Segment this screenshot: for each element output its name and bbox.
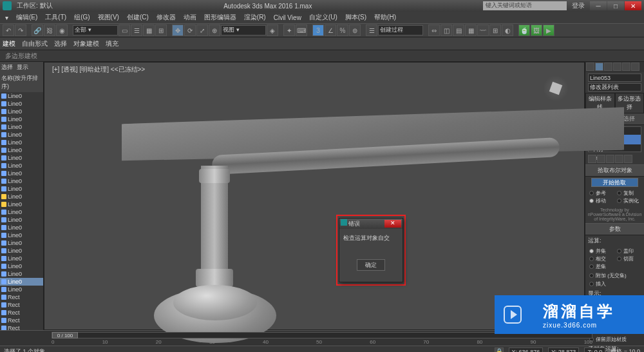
list-item[interactable]: Line0 <box>8 224 22 231</box>
ref-coord-dropdown[interactable]: 视图 ▾ <box>221 25 266 35</box>
named-sel-dropdown[interactable]: 创建过程 <box>378 25 423 35</box>
curve-editor-button[interactable]: 〰 <box>477 24 489 36</box>
opt-reference[interactable]: 参考 <box>589 190 613 197</box>
named-sel-button[interactable]: ☰ <box>366 24 377 36</box>
percent-snap-button[interactable]: % <box>337 24 348 36</box>
menu-civil[interactable]: Civil View <box>271 14 304 21</box>
list-item[interactable]: Line0 <box>8 217 22 223</box>
list-item[interactable]: Line0 <box>8 263 22 269</box>
angle-snap-button[interactable]: ∠ <box>325 24 336 36</box>
link-button[interactable]: 🔗 <box>32 24 43 36</box>
align-button[interactable]: ◫ <box>440 24 452 36</box>
list-item[interactable]: Line0 <box>8 248 22 254</box>
coord-y[interactable]: Y: 28.873 <box>548 347 579 352</box>
selection-filter-dropdown[interactable]: 全部 ▾ <box>73 25 118 35</box>
menu-render[interactable]: 渲染(R) <box>242 13 269 22</box>
list-item[interactable]: Line0 <box>8 186 22 192</box>
op-union[interactable]: 并集 <box>589 248 613 255</box>
list-item[interactable]: Rect <box>8 325 20 330</box>
workspace-label[interactable]: 工作区: 默认 <box>17 1 53 10</box>
configure-button[interactable] <box>624 155 632 163</box>
list-item[interactable]: Rect <box>8 309 20 316</box>
dialog-ok-button[interactable]: 确定 <box>357 259 385 271</box>
list-item[interactable]: Line0 <box>8 255 22 262</box>
list-item[interactable]: Line0 <box>8 124 22 130</box>
menu-custom[interactable]: 自定义(U) <box>307 13 340 22</box>
redo-button[interactable]: ↷ <box>15 24 26 36</box>
list-item[interactable]: Line0 <box>8 139 22 146</box>
render-button[interactable]: ▶ <box>543 24 554 36</box>
menu-group[interactable]: 组(G) <box>71 13 92 22</box>
list-item[interactable]: Line0 <box>8 209 22 215</box>
opt-copy[interactable]: 复制 <box>617 190 641 197</box>
app-original[interactable]: 保留原始材质 <box>585 335 644 344</box>
time-slider-thumb[interactable]: 0 / 100 <box>52 332 78 338</box>
window-crossing-button[interactable]: ⊞ <box>155 24 167 36</box>
select-button[interactable]: ▭ <box>118 24 130 36</box>
op-intersect[interactable]: 相交 <box>589 255 613 262</box>
material-editor-button[interactable]: ◐ <box>502 24 513 36</box>
move-button[interactable]: ✥ <box>172 24 184 36</box>
motion-tab[interactable] <box>613 63 621 71</box>
dialog-close-button[interactable]: ✕ <box>384 220 401 228</box>
list-item[interactable]: Line0 <box>8 232 22 239</box>
ribbon-tab-populate[interactable]: 填充 <box>106 39 118 48</box>
hierarchy-tab[interactable] <box>604 63 612 71</box>
op-insert[interactable]: 插入 <box>585 280 644 288</box>
menu-edit[interactable]: 编辑(E) <box>14 13 40 22</box>
ribbon-tab-modeling[interactable]: 建模 <box>3 39 15 48</box>
list-item[interactable]: Line0 <box>8 116 22 122</box>
help-search-input[interactable]: 键入关键词或短语 <box>483 1 567 10</box>
list-item[interactable]: Line0 <box>8 170 22 177</box>
scene-explorer-list[interactable]: Line0 Line0 Line0 Line0 Line0 Line0 Line… <box>0 92 43 330</box>
maximize-button[interactable]: □ <box>607 1 624 10</box>
spinner-snap-button[interactable]: ⊚ <box>349 24 361 36</box>
viewport[interactable]: [+] [透视] [明暗处理] <<已冻结>> 错误 ✕ 检查运算对象自交 确定 <box>44 62 585 330</box>
select-name-button[interactable]: ☰ <box>131 24 142 36</box>
make-unique-button[interactable] <box>606 155 614 163</box>
ribbon-tab-select[interactable]: 选择 <box>54 39 67 48</box>
app-menu-icon[interactable]: ▾ <box>3 14 11 21</box>
rollout-pick[interactable]: 拾取布尔对象 <box>585 164 644 177</box>
list-item[interactable]: Rect <box>8 294 20 300</box>
op-cookie[interactable]: 切面 <box>617 255 641 262</box>
list-item[interactable]: Line0 <box>8 108 22 115</box>
list-item[interactable]: Line0 <box>8 93 22 99</box>
list-item[interactable]: Rect <box>8 317 20 324</box>
coord-z[interactable]: Z: 0.0 <box>584 347 605 352</box>
schematic-button[interactable]: ⊞ <box>489 24 501 36</box>
menu-bar[interactable]: ▾ 编辑(E) 工具(T) 组(G) 视图(V) 创建(C) 修改器 动画 图形… <box>0 12 644 23</box>
modify-tab[interactable] <box>595 63 603 71</box>
list-item[interactable]: Line0 <box>8 162 22 169</box>
viewcube[interactable] <box>543 75 569 101</box>
scene-explorer-tab-display[interactable]: 显示 <box>17 63 28 72</box>
remove-modifier-button[interactable] <box>615 155 623 163</box>
list-item[interactable]: Rect <box>8 302 20 308</box>
close-button[interactable]: ✕ <box>625 1 641 10</box>
minimize-button[interactable]: ─ <box>590 1 607 10</box>
list-item[interactable]: Line0 <box>8 286 22 293</box>
scene-explorer-header[interactable]: 名称(按升序排序) <box>0 73 43 92</box>
list-item[interactable]: Line0 <box>8 147 22 153</box>
rotate-button[interactable]: ⟳ <box>184 24 196 36</box>
op-subtract[interactable]: 差集 <box>589 263 613 270</box>
list-item[interactable]: Line0 <box>8 101 22 107</box>
ribbon-tab-object[interactable]: 对象建模 <box>73 39 99 48</box>
lock-icon[interactable]: 🔒 <box>495 347 504 353</box>
menu-graph[interactable]: 图形编辑器 <box>202 13 239 22</box>
render-frame-button[interactable]: 🖼 <box>531 24 542 36</box>
place-button[interactable]: ⊕ <box>209 24 220 36</box>
scale-button[interactable]: ⤢ <box>196 24 208 36</box>
list-item[interactable]: Line0 <box>8 193 22 200</box>
manipulate-button[interactable]: ✦ <box>283 24 295 36</box>
show-end-result-button[interactable] <box>597 155 605 163</box>
viewport-label[interactable]: [+] [透视] [明暗处理] <<已冻结>> <box>52 65 145 74</box>
menu-animation[interactable]: 动画 <box>181 13 199 22</box>
pivot-button[interactable]: ◈ <box>267 24 278 36</box>
keyboard-button[interactable]: ⌨ <box>296 24 307 36</box>
list-item[interactable]: Line0 <box>8 155 22 161</box>
menu-modifiers[interactable]: 修改器 <box>154 13 178 22</box>
menu-tools[interactable]: 工具(T) <box>43 13 69 22</box>
layer-button[interactable]: ▤ <box>453 24 464 36</box>
menu-help[interactable]: 帮助(H) <box>372 13 399 22</box>
